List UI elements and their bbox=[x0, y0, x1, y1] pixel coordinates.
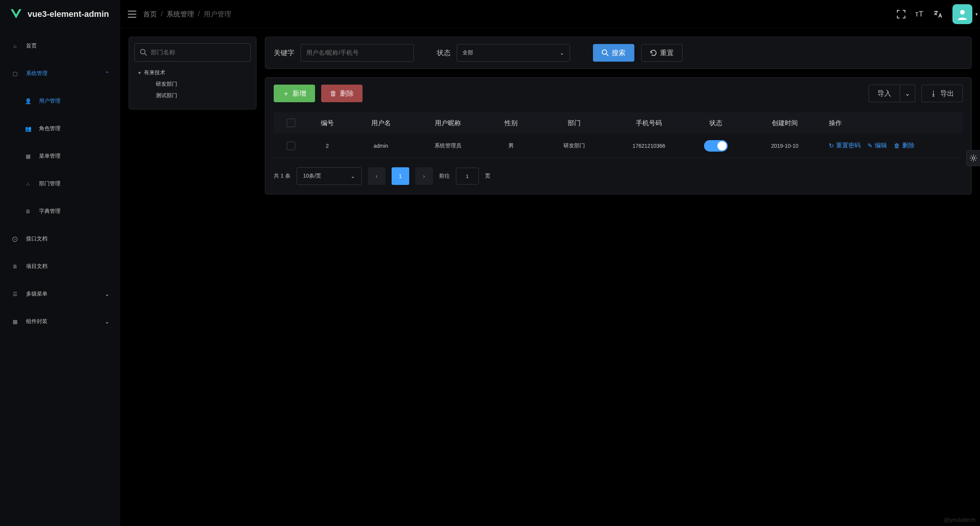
search-button-label: 搜索 bbox=[612, 48, 626, 57]
search-icon bbox=[140, 49, 147, 56]
monitor-icon: ▢ bbox=[11, 70, 19, 77]
th-username: 用户名 bbox=[350, 119, 412, 127]
sidebar-label-api: 接口文档 bbox=[26, 235, 47, 242]
chevron-down-icon: ⌄ bbox=[351, 173, 355, 179]
status-select[interactable]: 全部 ⌄ bbox=[457, 44, 570, 62]
language-button[interactable] bbox=[933, 10, 942, 18]
sidebar-item-roles[interactable]: 👥 角色管理 bbox=[13, 115, 120, 142]
edit-link[interactable]: ✎ 编辑 bbox=[867, 142, 887, 150]
trash-icon: 🗑 bbox=[330, 90, 337, 98]
sidebar-item-nested[interactable]: ☰ 多级菜单 ⌄ bbox=[0, 280, 120, 308]
add-button-label: 新增 bbox=[292, 89, 306, 98]
sidebar-nav: ⌂ 首页 ▢ 系统管理 ⌃ 👤 用户管理 👥 角色管理 ▦ 菜单 bbox=[0, 28, 120, 526]
goto-suffix: 页 bbox=[485, 173, 490, 180]
row-checkbox[interactable] bbox=[287, 142, 295, 150]
app-logo[interactable]: vue3-element-admin bbox=[0, 0, 120, 28]
cell-gender: 男 bbox=[484, 142, 538, 149]
plus-icon: ＋ bbox=[283, 89, 289, 98]
dept-search[interactable] bbox=[134, 43, 251, 62]
sidebar-label-menus: 菜单管理 bbox=[39, 153, 60, 160]
chevron-down-icon: ⌄ bbox=[105, 319, 109, 325]
edit-icon: ✎ bbox=[867, 142, 872, 149]
fullscreen-icon bbox=[897, 10, 905, 18]
export-button[interactable]: ⭳ 导出 bbox=[921, 85, 963, 102]
sidebar-item-menus[interactable]: ▦ 菜单管理 bbox=[13, 142, 120, 170]
select-all-checkbox[interactable] bbox=[287, 119, 295, 127]
bulk-delete-label: 删除 bbox=[340, 89, 354, 98]
cell-created: 2019-10-10 bbox=[745, 143, 825, 149]
sidebar: vue3-element-admin ⌂ 首页 ▢ 系统管理 ⌃ 👤 用户管理 … bbox=[0, 0, 120, 526]
cell-nickname: 系统管理员 bbox=[412, 142, 484, 149]
page-number-button[interactable]: 1 bbox=[392, 167, 409, 185]
page-size-select[interactable]: 10条/页 ⌄ bbox=[297, 167, 362, 185]
dept-search-input[interactable] bbox=[151, 49, 245, 56]
fontsize-button[interactable]: тT bbox=[915, 10, 923, 18]
search-icon bbox=[602, 49, 609, 56]
settings-drawer-button[interactable] bbox=[966, 150, 980, 166]
import-caret-button[interactable]: ⌄ bbox=[900, 85, 915, 102]
api-icon: ⨀ bbox=[11, 236, 19, 242]
delete-link[interactable]: 🗑 删除 bbox=[894, 142, 915, 150]
tree-node[interactable]: 测试部门 bbox=[156, 90, 247, 101]
export-button-label: 导出 bbox=[940, 89, 954, 98]
keyword-input[interactable] bbox=[301, 44, 414, 62]
sidebar-label-dicts: 字典管理 bbox=[39, 208, 60, 215]
reset-button[interactable]: 重置 bbox=[641, 44, 683, 62]
fullscreen-button[interactable] bbox=[897, 10, 905, 18]
sidebar-item-docs[interactable]: 🗎 项目文档 bbox=[0, 253, 120, 280]
list-icon: ☰ bbox=[11, 291, 19, 297]
tree-root[interactable]: ▾ 有来技术 bbox=[138, 67, 247, 78]
sidebar-item-system[interactable]: ▢ 系统管理 ⌃ bbox=[0, 60, 120, 87]
prev-page-button[interactable]: ‹ bbox=[368, 167, 385, 185]
department-panel: ▾ 有来技术 研发部门 测试部门 bbox=[129, 37, 256, 109]
delete-label: 删除 bbox=[902, 142, 915, 150]
avatar-icon bbox=[956, 8, 969, 21]
toggle-sidebar-button[interactable] bbox=[128, 11, 136, 18]
caret-down-icon: ▾ bbox=[975, 11, 978, 17]
translate-icon bbox=[933, 10, 942, 18]
breadcrumb-home[interactable]: 首页 bbox=[143, 10, 157, 19]
filter-panel: 关键字 状态 全部 ⌄ 搜索 bbox=[265, 37, 972, 69]
tree-node[interactable]: 研发部门 bbox=[156, 78, 247, 90]
th-nickname: 用户昵称 bbox=[412, 119, 484, 127]
status-label: 状态 bbox=[437, 48, 451, 57]
topbar: 首页 / 系统管理 / 用户管理 тT ▾ bbox=[120, 0, 980, 28]
chevron-down-icon: ⌄ bbox=[905, 89, 910, 98]
search-button[interactable]: 搜索 bbox=[593, 44, 634, 62]
sidebar-item-depts[interactable]: ⛬ 部门管理 bbox=[13, 170, 120, 198]
sidebar-item-components[interactable]: ▦ 组件封装 ⌄ bbox=[0, 308, 120, 335]
goto-input[interactable] bbox=[456, 168, 479, 185]
breadcrumb: 首页 / 系统管理 / 用户管理 bbox=[143, 10, 231, 19]
goto-label: 前往 bbox=[439, 173, 450, 180]
import-button[interactable]: 导入 bbox=[869, 85, 900, 102]
sidebar-label-depts: 部门管理 bbox=[39, 180, 60, 187]
sidebar-label-nested: 多级菜单 bbox=[26, 291, 47, 297]
workspace: ▾ 有来技术 研发部门 测试部门 关键字 bbox=[120, 28, 980, 526]
keyword-label: 关键字 bbox=[274, 48, 294, 57]
svg-point-0 bbox=[960, 10, 965, 15]
breadcrumb-section[interactable]: 系统管理 bbox=[167, 10, 194, 19]
sidebar-label-home: 首页 bbox=[26, 42, 37, 49]
import-button-label: 导入 bbox=[877, 89, 891, 98]
status-switch[interactable] bbox=[704, 140, 728, 152]
svg-point-2 bbox=[602, 50, 607, 54]
import-split-button: 导入 ⌄ bbox=[869, 85, 915, 102]
sidebar-item-home[interactable]: ⌂ 首页 bbox=[0, 32, 120, 60]
vue-logo-icon bbox=[11, 9, 21, 19]
hamburger-icon bbox=[128, 11, 136, 18]
sidebar-item-api[interactable]: ⨀ 接口文档 bbox=[0, 225, 120, 253]
sidebar-item-dicts[interactable]: 🗎 字典管理 bbox=[13, 198, 120, 225]
sidebar-label-users: 用户管理 bbox=[39, 98, 60, 105]
bulk-delete-button[interactable]: 🗑 删除 bbox=[321, 85, 363, 102]
user-avatar[interactable]: ▾ bbox=[952, 4, 972, 24]
reset-pwd-link[interactable]: ↻ 重置密码 bbox=[829, 142, 861, 150]
table-panel: ＋ 新增 🗑 删除 导入 ⌄ bbox=[265, 77, 972, 194]
svg-point-3 bbox=[972, 157, 975, 159]
add-button[interactable]: ＋ 新增 bbox=[274, 85, 315, 102]
role-icon: 👥 bbox=[24, 126, 32, 132]
user-table: 编号 用户名 用户昵称 性别 部门 手机号码 状态 创建时间 操作 bbox=[274, 112, 963, 158]
sidebar-item-users[interactable]: 👤 用户管理 bbox=[13, 87, 120, 115]
next-page-button[interactable]: › bbox=[415, 167, 433, 185]
pagination: 共 1 条 10条/页 ⌄ ‹ 1 › 前往 bbox=[274, 158, 963, 187]
watermark: @youlaitech bbox=[944, 516, 975, 523]
